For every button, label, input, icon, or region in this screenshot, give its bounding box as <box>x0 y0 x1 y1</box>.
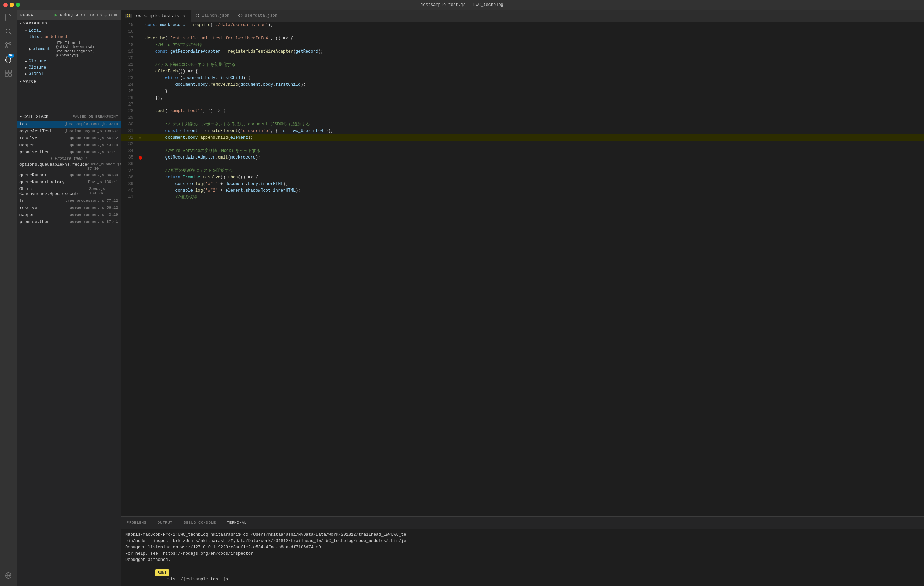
stack-item-mapper2[interactable]: mapper queue_runner.js 43:19 <box>17 212 121 219</box>
tab-jestsample-label: jestsample.test.js <box>134 13 179 18</box>
global-chevron: ▶ <box>25 72 27 76</box>
close-dot[interactable] <box>3 3 8 7</box>
code-line-16: 16 <box>121 28 924 35</box>
code-line-17: 17 describe('Jest samlle unit test for l… <box>121 35 924 42</box>
tab-jestsample[interactable]: JS jestsample.test.js ✕ <box>121 10 191 22</box>
callstack-list: test jestsample.test.js 32:9 asyncJestTe… <box>17 121 121 586</box>
debug-run-button[interactable]: ▶ <box>54 12 58 18</box>
terminal-line-2: bin/node --inspect-brk /Users/nkitaarash… <box>125 538 920 544</box>
watch-section: ▾ WATCH <box>17 78 121 113</box>
code-line-24: 24 document.body.removeChild(document.bo… <box>121 81 924 88</box>
debug-split-icon[interactable]: ⊞ <box>114 12 117 18</box>
code-editor[interactable]: 15 const mockrecord = require('./data/us… <box>121 22 924 516</box>
svg-point-0 <box>6 29 10 33</box>
stack-item-queuerunnerfactory[interactable]: queueRunnerFactory Env.js 136:41 <box>17 179 121 186</box>
code-line-41: 41 //値の取得 <box>121 194 924 201</box>
code-line-36: 36 <box>121 161 924 167</box>
var-global[interactable]: ▶ Global <box>17 71 121 77</box>
code-line-34: 34 //Wire Serviceの戻り値（Mock）をセットする <box>121 148 924 154</box>
json-file-icon-2: {} <box>238 13 243 18</box>
watch-label: WATCH <box>23 79 36 84</box>
debug-header: DEBUG ▶ Debug Jest Tests ⌄ ⚙ ⊞ <box>17 10 121 20</box>
code-line-29: 29 <box>121 114 924 121</box>
chevron-down-icon[interactable]: ⌄ <box>104 13 107 17</box>
tab-launch[interactable]: {} launch.json <box>191 10 234 22</box>
variables-chevron: ▾ <box>20 21 22 25</box>
terminal-line-3: Debugger listening on ws://127.0.0.1:922… <box>125 544 920 550</box>
local-chevron: ▾ <box>25 28 27 33</box>
app-container: 5k DEBUG ▶ Debug Jest Tests <box>0 10 924 586</box>
code-line-20: 20 <box>121 55 924 62</box>
tab-close-jestsample[interactable]: ✕ <box>181 13 186 19</box>
main-content: JS jestsample.test.js ✕ {} launch.json {… <box>121 10 924 586</box>
code-line-26: 26 }); <box>121 95 924 101</box>
activity-extensions[interactable] <box>3 68 13 78</box>
svg-rect-8 <box>9 70 12 73</box>
callstack-section: ▾ CALL STACK PAUSED ON BREAKPOINT test j… <box>17 113 121 586</box>
tab-output[interactable]: OUTPUT <box>152 516 178 529</box>
code-line-33: 33 <box>121 141 924 148</box>
element-chevron: ▶ <box>29 47 31 51</box>
tab-userdata-label: userdata.json <box>245 13 277 18</box>
maximize-dot[interactable] <box>16 3 20 7</box>
terminal-line-5: Debugger attached. <box>125 557 920 563</box>
stack-item-resolve1[interactable]: resolve queue_runner.js 56:12 <box>17 135 121 142</box>
watch-chevron: ▾ <box>20 79 22 84</box>
svg-rect-9 <box>5 73 8 76</box>
code-line-28: 28 test('sample test1', () => { <box>121 108 924 114</box>
activity-remote[interactable] <box>3 571 13 580</box>
stack-item-promisethen2[interactable]: promise.then queue_runner.js 87:41 <box>17 219 121 225</box>
debug-label: DEBUG <box>20 13 33 17</box>
paused-badge: PAUSED ON BREAKPOINT <box>73 115 118 119</box>
stack-item-resolve2[interactable]: resolve queue_runner.js 56:12 <box>17 205 121 212</box>
terminal-line-1: Naokis-MacBook-Pro-2:LWC_techblog nkitaa… <box>125 531 920 538</box>
breakpoint-icon <box>139 156 142 160</box>
stack-item-reduce[interactable]: options.queueableFns.reduce queue_runner… <box>17 161 121 172</box>
watch-header[interactable]: ▾ WATCH <box>17 78 121 85</box>
closure1-chevron: ▶ <box>25 59 27 63</box>
tab-debug-console[interactable]: DEBUG CONSOLE <box>178 516 221 529</box>
activity-search[interactable] <box>3 26 13 36</box>
stack-item-fn[interactable]: fn tree_processor.js 77:12 <box>17 197 121 205</box>
tab-problems[interactable]: PROBLEMS <box>121 516 152 529</box>
debug-controls: ▶ Debug Jest Tests ⌄ ⚙ ⊞ <box>54 12 117 18</box>
stack-item-test[interactable]: test jestsample.test.js 32:9 <box>17 121 121 128</box>
svg-point-4 <box>9 43 12 45</box>
code-line-21: 21 //テスト毎にコンポーネントを初期化する <box>121 62 924 68</box>
stack-item-specexecute[interactable]: Object.<anonymous>.Spec.execute Spec.js … <box>17 186 121 197</box>
json-file-icon-1: {} <box>195 13 200 18</box>
stack-item-queuerunner[interactable]: queueRunner queue_runner.js 86:39 <box>17 172 121 179</box>
activity-files[interactable] <box>3 13 13 22</box>
activity-source-control[interactable] <box>3 40 13 50</box>
stack-item-promisethen1[interactable]: promise.then queue_runner.js 87:41 <box>17 149 121 156</box>
window-controls <box>3 3 20 7</box>
variables-header[interactable]: ▾ VARIABLES <box>17 20 121 27</box>
tab-userdata[interactable]: {} userdata.json <box>234 10 282 22</box>
code-line-25: 25 } <box>121 88 924 95</box>
code-line-35: 35 getRecordWireAdapter.emit(mockrecord)… <box>121 154 924 161</box>
minimize-dot[interactable] <box>10 3 14 7</box>
variables-content: ▾ Local this : undefined ▶ element : HTM… <box>17 27 121 78</box>
activity-debug[interactable]: 5k <box>3 55 13 64</box>
code-line-18: 18 //Wire アダプタの登録 <box>121 42 924 48</box>
var-closure2[interactable]: ▶ Closure <box>17 65 121 71</box>
stack-item-mapper1[interactable]: mapper queue_runner.js 43:19 <box>17 142 121 149</box>
variables-label: VARIABLES <box>23 21 47 25</box>
var-element[interactable]: ▶ element : HTMLElement {$$$ShadowRoot$$… <box>17 40 121 58</box>
tabs-bar: JS jestsample.test.js ✕ {} launch.json {… <box>121 10 924 22</box>
debug-badge: 5k <box>8 54 14 58</box>
var-local[interactable]: ▾ Local <box>17 28 121 34</box>
activity-bar: 5k <box>0 10 17 586</box>
tab-terminal[interactable]: TERMINAL <box>221 516 252 529</box>
var-closure1[interactable]: ▶ Closure <box>17 58 121 65</box>
callstack-label: CALL STACK <box>23 114 48 119</box>
stack-item-asyncjesttest[interactable]: asyncJestTest jasmine_async.js 108:37 <box>17 128 121 135</box>
svg-rect-7 <box>5 70 8 73</box>
code-line-40: 40 console.log('##2' + element.shadowRoo… <box>121 187 924 194</box>
debug-settings-icon[interactable]: ⚙ <box>109 12 112 18</box>
code-line-30: 30 // テスト対象のコンポーネントを作成し、document（JSDOM）に… <box>121 121 924 128</box>
terminal-content[interactable]: Naokis-MacBook-Pro-2:LWC_techblog nkitaa… <box>121 529 924 586</box>
js-file-icon: JS <box>125 13 132 18</box>
code-line-22: 22 afterEach(() => { <box>121 68 924 75</box>
var-this[interactable]: this : undefined <box>17 34 121 40</box>
